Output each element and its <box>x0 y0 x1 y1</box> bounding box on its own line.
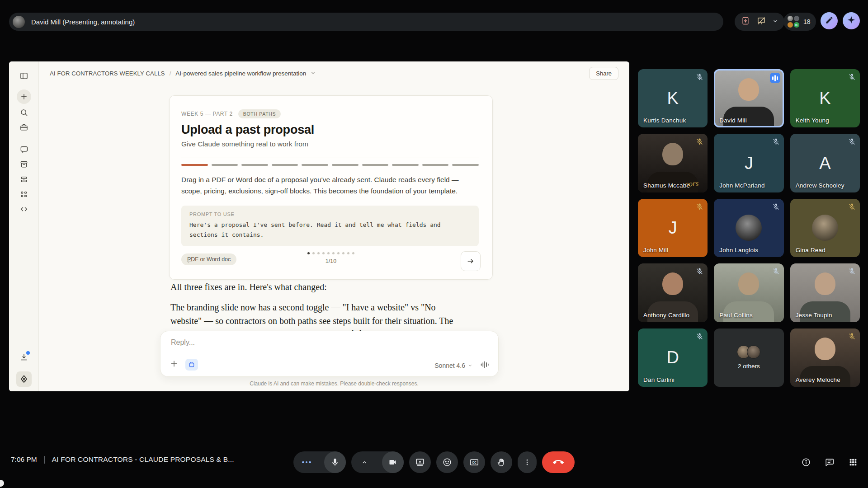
mic-button[interactable] <box>293 451 346 473</box>
pager-dot[interactable] <box>307 252 310 254</box>
more-options-button[interactable] <box>518 451 537 473</box>
audio-level-indicator <box>302 461 311 464</box>
pager-dot[interactable] <box>332 252 335 254</box>
breadcrumb-project[interactable]: AI FOR CONTRACTORS WEEKLY CALLS <box>50 70 165 77</box>
apps-grid-button[interactable] <box>848 457 858 469</box>
pager-dot[interactable] <box>337 252 340 254</box>
share-button[interactable]: Share <box>589 67 618 80</box>
progress-segment <box>422 164 449 166</box>
reply-composer: Reply... Sonnet 4.6 <box>160 331 499 377</box>
presentation-off-icon[interactable] <box>757 16 766 27</box>
meeting-title: AI FOR CONTRACTORS - CLAUDE PROPOSALS & … <box>52 455 234 464</box>
presentation-controls <box>735 12 784 32</box>
reactions-button[interactable] <box>436 451 458 473</box>
shared-screen-claude: AI FOR CONTRACTORS WEEKLY CALLS / AI-pow… <box>9 61 629 391</box>
chat-button[interactable] <box>825 457 835 469</box>
mic-off-icon <box>696 333 703 340</box>
participant-tile[interactable]: David Mill <box>714 69 783 127</box>
annotate-button[interactable] <box>821 12 838 29</box>
participant-name: Kurtis Danchuk <box>643 117 686 124</box>
connectors-icon[interactable] <box>19 190 28 199</box>
pager-dot[interactable] <box>312 252 315 254</box>
pager-dots <box>170 252 492 254</box>
participant-name: John Langlois <box>719 247 758 253</box>
participant-tile[interactable]: JJohn McParland <box>714 134 783 192</box>
speaking-indicator <box>770 73 780 83</box>
breadcrumb-chat-title[interactable]: AI-powered sales pipeline workflow prese… <box>175 70 306 77</box>
present-button[interactable] <box>409 451 431 473</box>
participant-name: Jesse Toupin <box>796 312 832 319</box>
slide-title: Upload a past proposal <box>181 123 479 137</box>
participant-grid: KKurtis DanchukDavid MillKKeith Youngoor… <box>638 69 860 387</box>
participant-tile[interactable]: KKeith Young <box>790 69 860 127</box>
mic-off-icon <box>772 203 780 211</box>
camera-icon <box>382 451 404 473</box>
participant-name: Dan Carlini <box>643 376 675 383</box>
attach-button[interactable] <box>170 359 179 370</box>
chevron-down-icon[interactable] <box>773 18 778 26</box>
presenter-label: David Mill (Presenting, annotating) <box>31 18 135 26</box>
mic-off-icon <box>696 138 703 145</box>
camera-button[interactable] <box>351 451 404 473</box>
participant-tile[interactable]: KKurtis Danchuk <box>638 69 708 127</box>
participant-tile[interactable]: Averey Meloche <box>790 328 860 387</box>
raise-hand-button[interactable] <box>491 451 512 473</box>
participant-tile[interactable]: Anthony Cardillo <box>638 263 708 322</box>
camera-options-chevron[interactable] <box>351 459 377 465</box>
participant-tile[interactable]: JJohn Mill <box>638 199 708 257</box>
progress-segment <box>332 164 359 166</box>
end-call-button[interactable] <box>542 451 575 473</box>
meeting-info-button[interactable] <box>801 457 811 469</box>
transcript-icon[interactable] <box>741 16 750 27</box>
participant-tile[interactable]: AAndrew Schooley <box>790 134 860 192</box>
divider <box>44 456 45 464</box>
participant-tile[interactable]: oorsShamus Mccabe <box>638 134 708 192</box>
reply-input[interactable]: Reply... <box>171 338 195 347</box>
participant-name: John Mill <box>643 247 668 253</box>
progress-segment <box>362 164 389 166</box>
voice-input-icon[interactable] <box>480 361 490 371</box>
gemini-button[interactable] <box>843 12 860 29</box>
participant-tile[interactable]: Paul Collins <box>714 263 783 322</box>
search-icon[interactable] <box>19 108 28 117</box>
pager-dot[interactable] <box>347 252 349 254</box>
model-name: Sonnet 4.6 <box>434 362 465 369</box>
presenter-avatar <box>13 16 25 28</box>
next-slide-button[interactable] <box>461 251 481 271</box>
artifacts-icon[interactable] <box>19 160 28 169</box>
slide-kicker: WEEK 5 — PART 2 <box>181 111 233 117</box>
chats-icon[interactable] <box>19 145 28 154</box>
participant-tile[interactable]: DDan Carlini <box>638 328 708 387</box>
pager-dot[interactable] <box>317 252 320 254</box>
prompt-box: PROMPT TO USE Here's a proposal I've sen… <box>181 206 479 246</box>
projects-icon[interactable] <box>19 123 28 132</box>
model-selector[interactable]: Sonnet 4.6 <box>434 362 472 369</box>
progress-segment <box>212 164 238 166</box>
mic-off-icon <box>848 138 856 145</box>
chevron-down-icon[interactable] <box>311 69 316 77</box>
mic-off-icon <box>848 73 856 81</box>
pager-dot[interactable] <box>327 252 330 254</box>
annotation-tool-button[interactable] <box>16 371 32 387</box>
download-icon[interactable] <box>19 353 28 362</box>
new-chat-button[interactable] <box>17 89 31 104</box>
automations-icon[interactable] <box>19 175 28 184</box>
participant-tile[interactable]: Jesse Toupin <box>790 263 860 322</box>
page-indicator: 1/10 <box>170 258 492 264</box>
presenter-pill[interactable]: David Mill (Presenting, annotating) <box>9 13 723 31</box>
captions-button[interactable]: CC <box>463 451 485 473</box>
participant-count-pill[interactable]: K 18 <box>783 12 816 32</box>
pager-dot[interactable] <box>342 252 344 254</box>
overflow-participants: 2 others <box>714 328 783 387</box>
participant-tile[interactable]: Gina Read <box>790 199 860 257</box>
code-icon[interactable] <box>19 205 28 214</box>
participant-tile[interactable]: 2 others <box>714 328 783 387</box>
pager-dot[interactable] <box>322 252 325 254</box>
pager-dot[interactable] <box>352 252 354 254</box>
meet-bottom-bar: 7:06 PM AI FOR CONTRACTORS - CLAUDE PROP… <box>0 436 868 488</box>
participant-name: John McParland <box>719 182 764 189</box>
sidebar-toggle-icon[interactable] <box>19 71 28 80</box>
pen-icon <box>825 16 834 26</box>
tools-button[interactable] <box>185 359 198 371</box>
participant-tile[interactable]: John Langlois <box>714 199 783 257</box>
